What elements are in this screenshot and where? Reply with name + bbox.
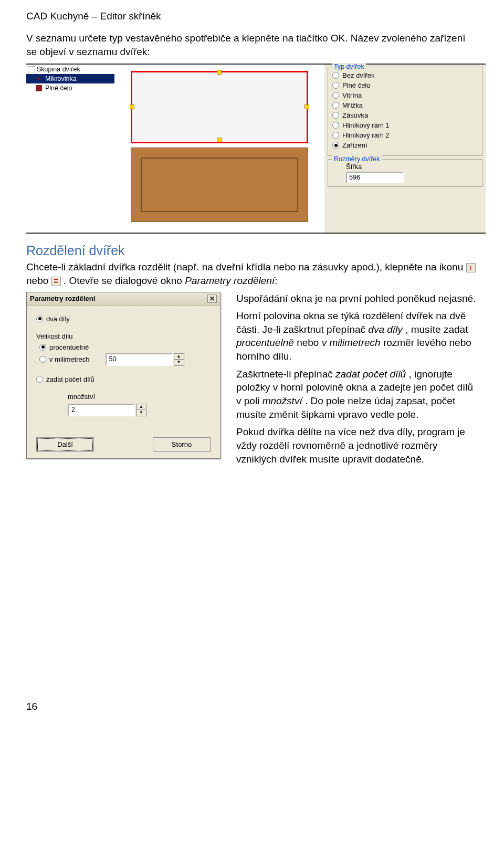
radio-icon [39, 344, 46, 351]
door-panel-inset [141, 157, 298, 212]
radio-vitrina[interactable]: Vitrína [332, 91, 478, 99]
door-dim-legend: Rozměry dvířek [332, 155, 382, 163]
radio-icon [36, 376, 43, 383]
door-preview [114, 65, 324, 233]
door-preview-canvas [128, 68, 311, 225]
text: nebo [297, 337, 322, 348]
radio-icon [332, 142, 339, 149]
split-vertical-icon: ⫿ [466, 263, 476, 272]
cancel-button[interactable]: Storno [153, 437, 211, 452]
tree-root[interactable]: Skupina dvířek [26, 65, 114, 74]
radio-bez-dvirek[interactable]: Bez dvířek [332, 71, 478, 79]
radio-label: Vitrína [342, 91, 362, 99]
spinner-down-icon[interactable]: ▼ [174, 360, 184, 365]
radio-zasuvka[interactable]: Zásuvka [332, 111, 478, 119]
radio-dva-dily[interactable]: dva díly [36, 315, 211, 323]
resize-handle-left[interactable] [130, 104, 134, 109]
mnozstvi-label: množství [68, 393, 211, 401]
page-number: 16 [26, 701, 478, 712]
resize-handle-bottom[interactable] [217, 138, 222, 142]
mnozstvi-spinner[interactable]: ▲ ▼ [136, 404, 146, 416]
radio-icon [36, 316, 43, 322]
radio-zadat-pocet[interactable]: zadat počet dílů [36, 375, 211, 383]
radio-icon [332, 112, 339, 119]
text-ital: zadat počet dílů [335, 369, 406, 380]
tree-item-mikrovlnka[interactable]: ➔ Mikrovlnka [26, 74, 114, 83]
velikost-input[interactable]: 50 [106, 353, 173, 366]
para: Horní polovina okna se týká rozdělení dv… [236, 309, 478, 363]
text-ital: procentuelně [236, 337, 294, 348]
radio-icon [39, 356, 46, 363]
para: Uspořádání okna je na první pohled poněk… [236, 292, 478, 306]
radio-label: Plné čelo [342, 81, 370, 89]
text-ital: v milimetrech [322, 337, 381, 348]
tree-item-plne-celo[interactable]: Plné čelo [26, 83, 114, 93]
radio-icon [332, 122, 339, 129]
radio-label: Hliníkový rám 1 [342, 121, 390, 129]
radio-label: Zásuvka [342, 111, 368, 119]
split-horizontal-icon: ☰ [51, 277, 61, 286]
split-dialog: Parametry rozdělení ✕ dva díly Velikost … [26, 292, 220, 459]
door-type-group: Typ dvířek Bez dvířek Plné čelo Vitrína … [328, 67, 482, 156]
velikost-spinner[interactable]: ▲ ▼ [174, 353, 184, 366]
radio-label: Hliníkový rám 2 [342, 131, 390, 139]
para: Pokud dvířka dělíte na více než dva díly… [236, 425, 478, 466]
selection-frame[interactable] [131, 71, 308, 143]
spinner-up-icon[interactable]: ▲ [174, 354, 184, 360]
page-header: CAD Kuchyně – Editor skříněk [26, 10, 478, 22]
door-dim-group: Rozměry dvířek Šířka 596 [328, 159, 482, 187]
text-ital: dva díly [368, 324, 402, 335]
radio-label: Bez dvířek [342, 71, 374, 79]
radio-milimetrech[interactable]: v milimetrech [39, 355, 90, 363]
resize-handle-right[interactable] [304, 104, 309, 109]
width-label: Šířka [346, 163, 478, 171]
radio-label: v milimetrech [49, 355, 90, 363]
properties-pane: Typ dvířek Bez dvířek Plné čelo Vitrína … [324, 65, 486, 233]
radio-icon [332, 102, 339, 109]
next-button[interactable]: Další [36, 437, 94, 452]
spinner-down-icon[interactable]: ▼ [136, 410, 146, 416]
dialog-body: dva díly Velikost dílu procentuelně v mi… [27, 306, 220, 458]
tree-root-label: Skupina dvířek [37, 66, 80, 73]
para: Zaškrtnete-li přepínač zadat počet dílů … [236, 367, 478, 422]
radio-plne-celo[interactable]: Plné čelo [332, 81, 478, 89]
radio-hlinik-2[interactable]: Hliníkový rám 2 [332, 131, 478, 139]
radio-zarizeni[interactable]: Zařízení [332, 141, 478, 149]
radio-icon [332, 132, 339, 139]
text: nebo [26, 275, 51, 286]
tree-item-label: Mikrovlnka [45, 75, 77, 82]
radio-label: Mřížka [342, 101, 363, 109]
radio-icon [332, 92, 339, 99]
resize-handle-top[interactable] [217, 70, 222, 75]
square-icon [36, 85, 42, 91]
door-type-legend: Typ dvířek [332, 63, 366, 70]
close-icon[interactable]: ✕ [207, 295, 217, 303]
explanation-text: Uspořádání okna je na první pohled poněk… [236, 292, 478, 470]
text: . Otevře se dialogové okno [64, 275, 185, 286]
radio-icon [332, 82, 339, 89]
text: Chcete-li základní dvířka rozdělit (např… [26, 261, 466, 272]
tree-item-label: Plné čelo [45, 85, 72, 92]
width-input[interactable]: 596 [346, 172, 404, 183]
radio-label: zadat počet dílů [46, 375, 94, 383]
spinner-up-icon[interactable]: ▲ [136, 404, 146, 410]
text: , musíte zadat [405, 324, 468, 335]
radio-label: procentuelně [49, 343, 89, 351]
door-tree: Skupina dvířek ➔ Mikrovlnka Plné čelo [26, 65, 114, 233]
dialog-title: Parametry rozdělení [30, 295, 95, 302]
tree-root-icon [28, 66, 35, 72]
radio-mrizka[interactable]: Mřížka [332, 101, 478, 109]
radio-label: dva díly [46, 315, 70, 323]
mnozstvi-input[interactable]: 2 [68, 404, 135, 416]
editor-screenshot: Skupina dvířek ➔ Mikrovlnka Plné čelo Ty… [26, 64, 486, 234]
intro-paragraph: V seznamu určete typ vestavěného spotřeb… [26, 31, 478, 58]
radio-hlinik-1[interactable]: Hliníkový rám 1 [332, 121, 478, 129]
radio-label: Zařízení [342, 141, 368, 149]
section-heading: Rozdělení dvířek [26, 243, 478, 258]
door-panel [131, 148, 308, 222]
radio-icon [332, 72, 339, 79]
text-ital: množství [262, 395, 302, 406]
dialog-titlebar[interactable]: Parametry rozdělení ✕ [27, 292, 220, 306]
text: Zaškrtnete-li přepínač [236, 369, 335, 380]
radio-procentuelne[interactable]: procentuelně [39, 343, 211, 351]
